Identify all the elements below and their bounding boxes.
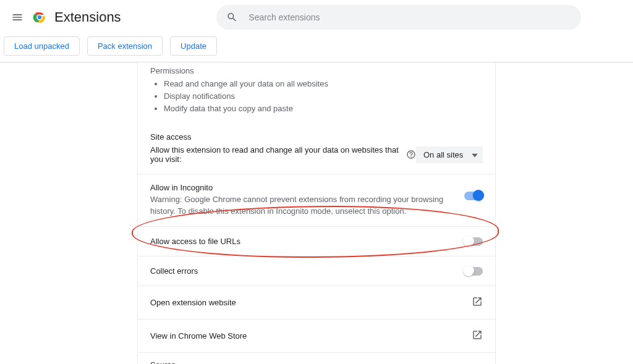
pack-extension-button[interactable]: Pack extension [87, 36, 163, 56]
content-area: Permissions Read and change all your dat… [0, 62, 633, 364]
open-in-new-icon [472, 329, 483, 342]
permission-item: Display notifications [164, 90, 483, 103]
source-label: Source [150, 360, 483, 364]
open-in-new-icon [472, 296, 483, 309]
open-extension-website-label: Open extension website [150, 298, 236, 307]
permission-item: Read and change all your data on all web… [164, 78, 483, 90]
svg-point-1 [38, 15, 41, 19]
open-extension-website-row[interactable]: Open extension website [138, 286, 495, 319]
permission-item: Modify data that you copy and paste [164, 103, 483, 115]
collect-errors-label: Collect errors [150, 266, 198, 276]
permissions-heading: Permissions [150, 66, 483, 75]
allow-incognito-row: Allow in Incognito Warning: Google Chrom… [138, 174, 495, 226]
search-field[interactable] [216, 5, 581, 30]
site-access-select[interactable]: On all sites [416, 146, 483, 163]
help-icon[interactable] [406, 150, 416, 159]
toolbar: Load unpacked Pack extension Update [0, 35, 633, 62]
page-title: Extensions [54, 9, 121, 25]
permissions-list: Read and change all your data on all web… [150, 78, 483, 115]
site-access-value: On all sites [423, 150, 463, 159]
search-icon [226, 11, 238, 23]
allow-file-urls-label: Allow access to file URLs [150, 237, 240, 246]
allow-file-urls-toggle[interactable] [464, 237, 483, 246]
extension-detail-card: Permissions Read and change all your dat… [137, 62, 496, 364]
collect-errors-toggle[interactable] [464, 267, 483, 276]
update-button[interactable]: Update [170, 36, 217, 56]
site-access-heading: Site access [150, 132, 483, 142]
chevron-down-icon [472, 150, 478, 159]
chrome-logo-icon [32, 10, 47, 25]
site-access-prompt: Allow this extension to read and change … [150, 145, 402, 164]
view-in-store-label: View in Chrome Web Store [150, 331, 247, 341]
allow-file-urls-row: Allow access to file URLs [138, 227, 495, 256]
allow-incognito-label: Allow in Incognito [150, 183, 452, 192]
view-in-store-row[interactable]: View in Chrome Web Store [138, 320, 495, 352]
source-row: Source Chrome Web Store [138, 353, 495, 364]
search-input[interactable] [249, 12, 571, 22]
collect-errors-row: Collect errors [138, 256, 495, 286]
app-header: Extensions [0, 0, 633, 35]
load-unpacked-button[interactable]: Load unpacked [4, 36, 80, 56]
main-menu-button[interactable] [5, 5, 30, 30]
allow-incognito-desc: Warning: Google Chrome cannot prevent ex… [150, 194, 452, 218]
allow-incognito-toggle[interactable] [464, 192, 483, 200]
hamburger-icon [11, 11, 23, 23]
permissions-section: Permissions Read and change all your dat… [138, 62, 495, 124]
site-access-row: Allow this extension to read and change … [138, 145, 495, 174]
